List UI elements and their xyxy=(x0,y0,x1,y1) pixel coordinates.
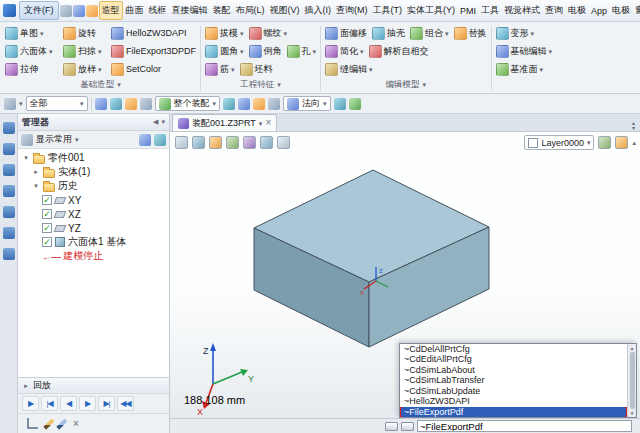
normal-combo[interactable]: 法向▾ xyxy=(283,96,331,111)
datum-plane-button[interactable]: 基准面▾ xyxy=(494,61,546,78)
dock-attribute-icon[interactable] xyxy=(3,227,15,239)
menu-tab-visual-style[interactable]: 视觉样式 xyxy=(502,2,542,19)
constraint-tool-icon[interactable] xyxy=(27,418,38,429)
section-view-icon[interactable] xyxy=(260,136,273,149)
revolve-button[interactable]: 旋转 xyxy=(61,25,108,42)
pick-edge-icon[interactable] xyxy=(125,98,137,110)
expander-icon[interactable]: ▾ xyxy=(32,182,40,190)
tab-close-icon[interactable]: × xyxy=(265,118,271,128)
basic-edit-button[interactable]: 基础编辑▾ xyxy=(494,43,555,60)
dock-view-icon[interactable] xyxy=(3,185,15,197)
scroll-up-icon[interactable]: ▴ xyxy=(631,345,634,351)
tree-item-block-feature[interactable]: ✓ 六面体1 基体 xyxy=(18,235,169,249)
tree-item-plane-yz[interactable]: ✓ YZ xyxy=(18,221,169,235)
menu-tab-electrode[interactable]: 电极 xyxy=(566,2,588,19)
shade-mode-icon[interactable] xyxy=(192,136,205,149)
thread-button[interactable]: 螺纹▾ xyxy=(247,25,290,42)
menu-tab-tools-2[interactable]: 工具 xyxy=(479,2,501,19)
filter-icon[interactable] xyxy=(4,98,16,110)
autocomplete-item[interactable]: ~HelloZW3DAPI xyxy=(400,396,627,407)
rollback-marker[interactable]: ←---- 建模停止 xyxy=(18,249,169,263)
combine-button[interactable]: 组合▾ xyxy=(408,25,451,42)
single-block-button[interactable]: 单图▾ xyxy=(3,25,60,42)
zoom-fit-icon[interactable] xyxy=(226,136,239,149)
expander-icon[interactable]: ▸ xyxy=(22,382,30,390)
file-export-3dpdf-button[interactable]: FileExport3DPDF xyxy=(109,43,198,60)
scope-combo[interactable]: 整个装配▾ xyxy=(155,96,221,111)
dock-app-icon[interactable] xyxy=(3,248,15,260)
redo-icon[interactable] xyxy=(86,5,98,17)
perspective-icon[interactable] xyxy=(277,136,290,149)
replay-section-header[interactable]: ▸ 回放 xyxy=(18,377,169,393)
popup-scrollbar[interactable]: ▴ ▾ xyxy=(627,344,636,418)
wireframe-mode-icon[interactable] xyxy=(209,136,222,149)
display-settings-icon[interactable] xyxy=(615,136,628,149)
menu-tab-wireframe[interactable]: 线框 xyxy=(147,2,169,19)
chamfer-button[interactable]: 倒角 xyxy=(247,43,284,60)
visibility-checkbox[interactable]: ✓ xyxy=(42,237,52,247)
keyboard-icon[interactable] xyxy=(385,422,398,431)
simplify-button[interactable]: 简化▾ xyxy=(323,43,366,60)
expander-icon[interactable]: ▾ xyxy=(22,154,30,162)
group-label-engineering-feature[interactable]: 工程特征▾ xyxy=(203,78,318,91)
group-label-edit-model[interactable]: 编辑模型▾ xyxy=(323,78,489,91)
command-input[interactable] xyxy=(417,420,632,432)
document-tab[interactable]: 装配001.Z3PRT ▾ × xyxy=(172,114,277,131)
measure-icon[interactable] xyxy=(268,98,280,110)
delete-icon[interactable]: × xyxy=(73,418,79,429)
view-normal-icon[interactable] xyxy=(334,98,346,110)
hole-button[interactable]: 孔▾ xyxy=(285,43,319,60)
toolbar-collapse-icon[interactable]: ▴ xyxy=(632,139,636,147)
group-label-basic-shape[interactable]: 基础造型▾ xyxy=(3,78,198,91)
play-button[interactable]: ▶ xyxy=(22,396,39,411)
menu-tab-surface[interactable]: 曲面 xyxy=(124,2,146,19)
file-menu[interactable]: 文件(F) xyxy=(19,1,59,20)
dock-manager-icon[interactable] xyxy=(3,122,15,134)
autocomplete-item[interactable]: ~CdSimLabAbout xyxy=(400,365,627,376)
grid-icon[interactable] xyxy=(238,98,250,110)
loft-button[interactable]: 放样▾ xyxy=(61,61,108,78)
tab-scroll-buttons[interactable]: ▴▾ xyxy=(629,121,638,131)
pick-filter-icon[interactable] xyxy=(95,98,107,110)
hello-zw3dapi-button[interactable]: HelloZW3DAPI xyxy=(109,25,189,42)
layer-combo[interactable]: Layer0000 ▾ xyxy=(524,135,594,150)
autocomplete-item[interactable]: ~CdSimLabTransfer xyxy=(400,375,627,386)
menu-tab-insert[interactable]: 插入(I) xyxy=(303,2,334,19)
autocomplete-item[interactable]: ~CdEditAllPrtCfg xyxy=(400,354,627,365)
draft-button[interactable]: 拔模▾ xyxy=(203,25,246,42)
tree-item-history[interactable]: ▾ 历史 xyxy=(18,179,169,193)
block-button[interactable]: 六面体▾ xyxy=(3,43,60,60)
menu-tab-view[interactable]: 视图(V) xyxy=(268,2,302,19)
go-to-end-button[interactable]: ▶| xyxy=(98,396,115,411)
dock-visual-icon[interactable] xyxy=(3,206,15,218)
layer-color-swatch[interactable] xyxy=(528,138,538,148)
menu-tab-shape[interactable]: 造型 xyxy=(99,1,123,20)
snap-icon[interactable] xyxy=(223,98,235,110)
command-history-icon[interactable] xyxy=(401,422,414,431)
tree-item-solid[interactable]: ▸ 实体(1) xyxy=(18,165,169,179)
face-offset-button[interactable]: 面偏移 xyxy=(323,25,369,42)
menu-tab-window[interactable]: 窗口(W) xyxy=(633,2,640,19)
menu-tab-solid-tools[interactable]: 实体工具(Y) xyxy=(405,2,457,19)
morph-button[interactable]: 变形▾ xyxy=(494,25,537,42)
pick-point-icon[interactable] xyxy=(140,98,152,110)
expander-icon[interactable]: ▸ xyxy=(32,168,40,176)
layer-manager-icon[interactable] xyxy=(598,136,611,149)
pick-face-icon[interactable] xyxy=(110,98,122,110)
menu-tab-layout[interactable]: 布局(L) xyxy=(234,2,267,19)
dock-assembly-icon[interactable] xyxy=(3,164,15,176)
extrude-button[interactable]: 拉伸 xyxy=(3,61,60,78)
menu-tab-tools[interactable]: 工具(T) xyxy=(371,2,405,19)
panel-menu-icon[interactable]: ▾ xyxy=(161,118,165,126)
sweep-button[interactable]: 扫掠▾ xyxy=(61,43,108,60)
visibility-checkbox[interactable]: ✓ xyxy=(42,195,52,205)
scroll-down-icon[interactable]: ▾ xyxy=(631,410,634,416)
ortho-icon[interactable] xyxy=(253,98,265,110)
step-back-button[interactable]: ◀ xyxy=(60,396,77,411)
replace-button[interactable]: 替换 xyxy=(452,25,489,42)
autocomplete-item[interactable]: ~CdSimLabUpdate xyxy=(400,386,627,397)
menu-tab-electrode-2[interactable]: 电极 xyxy=(610,2,632,19)
menu-tab-direct-edit[interactable]: 直接编辑 xyxy=(170,2,210,19)
tree-item-plane-xy[interactable]: ✓ XY xyxy=(18,193,169,207)
collapse-panel-icon[interactable]: ◀ xyxy=(153,118,158,126)
